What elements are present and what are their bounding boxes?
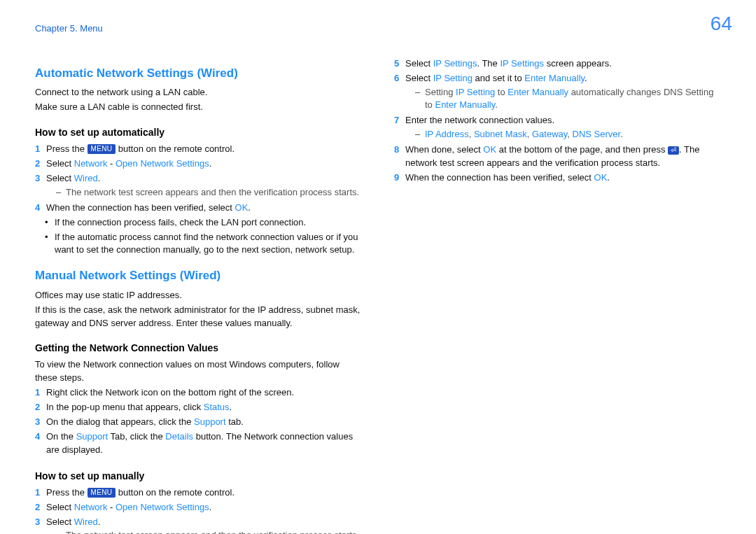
get-step-1: 1Right click the Network icon on the bot… (35, 386, 362, 400)
man-step-7: 7Enter the network connection values. IP… (394, 113, 721, 143)
auto-step-2: 2 Select Network - Open Network Settings… (35, 157, 362, 171)
link-gateway: Gateway (532, 129, 567, 139)
auto-step-3: 3 Select Wired. The network test screen … (35, 171, 362, 201)
content-columns: Automatic Network Settings (Wired) Conne… (35, 55, 721, 534)
auto-step-4: 4 When the connection has been verified,… (35, 201, 362, 216)
link-details: Details (165, 431, 193, 442)
left-column: Automatic Network Settings (Wired) Conne… (35, 55, 362, 534)
running-head: Chapter 5. Menu (35, 22, 721, 36)
link-support-2: Support (76, 431, 108, 442)
heading-auto-howto: How to set up automatically (35, 125, 362, 139)
man-step-3: 3Select Wired. The network test screen a… (35, 515, 362, 534)
right-column: 5Select IP Settings. The IP Settings scr… (394, 55, 721, 534)
link-open-network-settings: Open Network Settings (115, 158, 209, 169)
link-ip-setting: IP Setting (433, 73, 472, 83)
auto-step-4a: When the connection has been verified, s… (46, 202, 235, 213)
man-step-9: 9When the connection has been verified, … (394, 171, 721, 185)
man-step-6-note: Setting IP Setting to Enter Manually aut… (405, 85, 721, 113)
link-wired: Wired (74, 173, 98, 183)
auto-step-1a: Press the (46, 143, 88, 154)
heading-auto-wired: Automatic Network Settings (Wired) (35, 65, 362, 83)
get-step-2: 2In the pop-up menu that appears, click … (35, 400, 362, 415)
link-ok: OK (594, 172, 608, 183)
link-ip-address: IP Address (425, 129, 469, 139)
manual-p1: Offices may use static IP addresses. (35, 289, 362, 302)
link-subnet-mask: Subnet Mask (474, 129, 527, 139)
link-dns-server: DNS Server (573, 129, 621, 139)
man-step-5: 5Select IP Settings. The IP Settings scr… (394, 57, 721, 71)
link-status: Status (204, 402, 230, 412)
link-support: Support (194, 416, 226, 427)
manual-p2: If this is the case, ask the network adm… (35, 304, 362, 330)
auto-intro-1: Connect to the network using a LAN cable… (35, 86, 362, 99)
get-step-3: 3On the dialog that appears, click the S… (35, 415, 362, 430)
heading-manual-howto: How to set up manually (35, 469, 362, 483)
auto-bullet-2: If the automatic process cannot find the… (35, 230, 362, 258)
get-intro: To view the Network connection values on… (35, 358, 362, 385)
auto-step-1: 1 Press the MENU button on the remote co… (35, 142, 362, 157)
manual-steps: 1Press the MENU button on the remote con… (35, 486, 362, 534)
man-step-7-note: IP Address, Subnet Mask, Gateway, DNS Se… (405, 127, 721, 142)
menu-chip-icon: MENU (88, 488, 116, 498)
link-ip-settings-2: IP Settings (500, 58, 544, 69)
link-network: Network (74, 158, 108, 169)
man-step-1: 1Press the MENU button on the remote con… (35, 486, 362, 500)
auto-step-3-note: The network test screen appears and then… (46, 185, 362, 200)
page: 64 Chapter 5. Menu Automatic Network Set… (0, 0, 756, 534)
menu-chip-icon: MENU (88, 144, 116, 154)
man-step-2: 2Select Network - Open Network Settings. (35, 500, 362, 515)
man-step-6: 6Select IP Setting and set it to Enter M… (394, 71, 721, 114)
link-ok: OK (235, 202, 248, 213)
auto-step-3a: Select (46, 173, 74, 183)
link-network: Network (74, 502, 108, 512)
manual-steps-continued: 5Select IP Settings. The IP Settings scr… (394, 57, 721, 185)
auto-step-2a: Select (46, 158, 74, 169)
link-ip-settings: IP Settings (433, 58, 477, 69)
man-step-3-note: The network test screen appears and then… (46, 528, 362, 534)
link-ok: OK (483, 144, 496, 155)
auto-intro-2: Make sure a LAN cable is connected first… (35, 101, 362, 114)
man-step-8: 8When done, select OK at the bottom of t… (394, 143, 721, 171)
heading-manual-wired: Manual Network Settings (Wired) (35, 267, 362, 285)
auto-bullet-1: If the connection process fails, check t… (35, 216, 362, 230)
enter-chip-icon: ⏎ (668, 146, 679, 155)
get-steps: 1Right click the Network icon on the bot… (35, 386, 362, 457)
heading-get-values: Getting the Network Connection Values (35, 341, 362, 355)
auto-step-1b: button on the remote control. (115, 143, 234, 154)
link-open-network-settings: Open Network Settings (115, 502, 209, 512)
get-step-4: 4On the Support Tab, click the Details b… (35, 430, 362, 458)
page-number: 64 (710, 10, 732, 38)
link-wired: Wired (74, 517, 98, 527)
link-enter-manually: Enter Manually (524, 73, 584, 83)
auto-steps: 1 Press the MENU button on the remote co… (35, 142, 362, 215)
